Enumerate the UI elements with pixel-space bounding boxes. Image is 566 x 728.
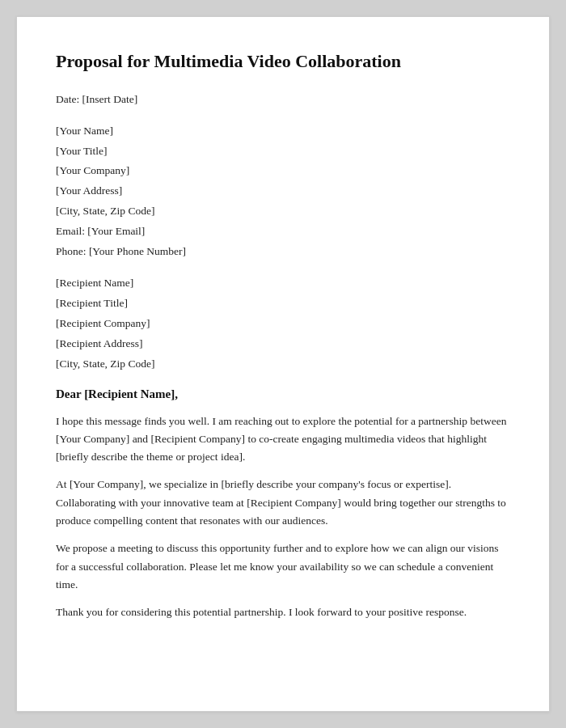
recipient-address-field: [Recipient Address]	[56, 336, 510, 353]
email-field: Email: [Your Email]	[56, 223, 510, 240]
date-field: Date: [Insert Date]	[56, 91, 510, 108]
paragraph-4: Thank you for considering this potential…	[56, 603, 510, 621]
your-company-field: [Your Company]	[56, 163, 510, 180]
your-city-field: [City, State, Zip Code]	[56, 203, 510, 220]
recipient-company-field: [Recipient Company]	[56, 315, 510, 332]
your-title-field: [Your Title]	[56, 143, 510, 160]
document-page: Proposal for Multimedia Video Collaborat…	[16, 16, 550, 712]
paragraph-1: I hope this message finds you well. I am…	[56, 413, 510, 467]
your-address-field: [Your Address]	[56, 183, 510, 200]
paragraph-2: At [Your Company], we specialize in [bri…	[56, 476, 510, 530]
recipient-name-field: [Recipient Name]	[56, 275, 510, 292]
paragraph-3: We propose a meeting to discuss this opp…	[56, 540, 510, 594]
recipient-title-field: [Recipient Title]	[56, 295, 510, 312]
recipient-city-field: [City, State, Zip Code]	[56, 356, 510, 373]
document-title: Proposal for Multimedia Video Collaborat…	[56, 49, 510, 74]
phone-field: Phone: [Your Phone Number]	[56, 243, 510, 260]
greeting-line: Dear [Recipient Name],	[56, 387, 510, 401]
your-name-field: [Your Name]	[56, 123, 510, 140]
